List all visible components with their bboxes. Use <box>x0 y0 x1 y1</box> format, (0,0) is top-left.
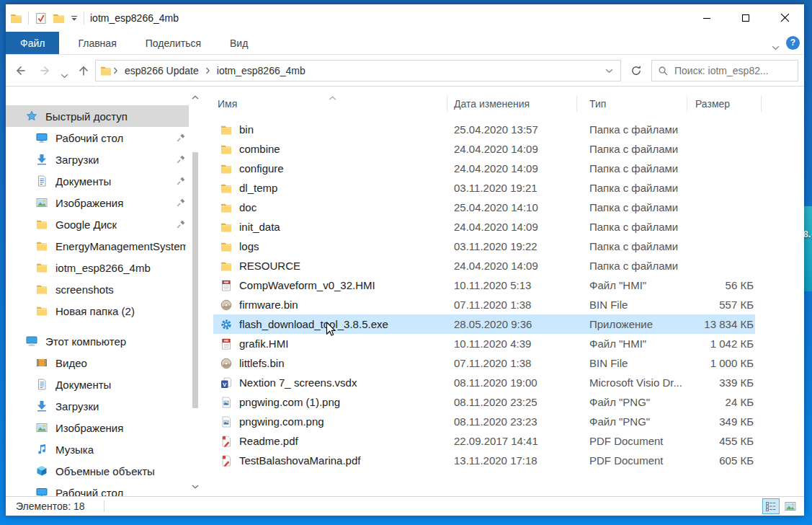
divider <box>84 12 84 25</box>
column-header-size[interactable]: Размер <box>695 90 730 118</box>
sidebar-item-documents[interactable]: Документы <box>6 374 189 395</box>
sidebar-item-new-folder[interactable]: Новая папка (2) <box>6 300 189 322</box>
sidebar-item-iotm-esp8266[interactable]: iotm_esp8266_4mb <box>6 257 189 278</box>
desktop-icon-fragment: 8. <box>803 206 812 291</box>
thumbnail-view-button[interactable] <box>782 498 798 514</box>
sidebar-item-this-pc[interactable]: Этот компьютер <box>6 330 189 352</box>
column-divider[interactable] <box>761 96 762 112</box>
file-row[interactable]: doc25.04.2020 14:10Папка с файлами <box>209 198 804 217</box>
column-divider[interactable] <box>687 96 687 112</box>
file-row[interactable]: init_data24.04.2020 14:09Папка с файлами <box>209 217 804 237</box>
file-row-selected[interactable]: flash_download_tool_3.8.5.exe28.05.2020 … <box>209 314 804 334</box>
breadcrumb-parent[interactable]: esp8266 Update <box>120 65 204 76</box>
sidebar-item-documents-pinned[interactable]: Документы <box>6 170 189 192</box>
disc-icon <box>220 358 232 369</box>
sidebar-item-energy-management[interactable]: EnergyManagementSystemN <box>6 235 189 257</box>
qat-customize-icon[interactable] <box>71 15 78 22</box>
column-divider[interactable] <box>576 96 577 112</box>
file-row[interactable]: Readme.pdf22.09.2017 14:41PDF Document45… <box>209 431 804 451</box>
cube-icon <box>36 465 48 477</box>
scrollbar-thumb[interactable] <box>192 152 198 408</box>
up-button[interactable] <box>76 63 91 81</box>
tab-home[interactable]: Главная <box>68 32 126 54</box>
sidebar-item-downloads-pinned[interactable]: Загрузки <box>6 149 189 170</box>
details-view-button[interactable] <box>762 498 780 514</box>
folder-icon <box>36 240 48 252</box>
folder-icon <box>220 163 232 175</box>
file-row[interactable]: configure24.04.2020 14:09Папка с файлами <box>209 159 804 178</box>
sidebar-item-pictures[interactable]: Изображения <box>6 417 189 438</box>
sidebar-item-3d-objects[interactable]: Объемные объекты <box>6 460 189 482</box>
scroll-up-icon[interactable] <box>192 89 199 102</box>
hmi-file-icon: HMI <box>220 280 232 291</box>
file-row[interactable]: RESOURCE24.04.2020 14:09Папка с файлами <box>209 256 804 275</box>
search-input[interactable] <box>674 65 792 76</box>
window-folder-icon <box>10 12 22 25</box>
star-icon <box>26 110 37 122</box>
column-header-date[interactable]: Дата изменения <box>454 90 530 118</box>
minimize-button[interactable] <box>687 4 726 31</box>
pdf-icon <box>220 455 232 467</box>
file-row[interactable]: pngwing.com.png08.11.2020 23:23Файл "PNG… <box>209 412 804 431</box>
recent-locations-icon[interactable] <box>61 69 68 81</box>
properties-check-icon[interactable] <box>35 12 47 25</box>
file-row[interactable]: bin25.04.2020 13:57Папка с файлами <box>209 120 804 139</box>
mouse-cursor <box>326 322 336 340</box>
help-button[interactable]: ? <box>786 36 800 50</box>
file-row[interactable]: HMIgrafik.HMI10.11.2020 4:39Файл "HMI"1 … <box>209 334 804 353</box>
music-icon <box>36 444 48 455</box>
ribbon-tabs: Файл Главная Поделиться Вид ? <box>6 32 804 55</box>
file-row[interactable]: VNextion 7_ screens.vsdx08.11.2020 19:00… <box>209 373 804 392</box>
column-header-type[interactable]: Тип <box>589 90 606 118</box>
sidebar-item-downloads[interactable]: Загрузки <box>6 395 189 417</box>
desktop-background: 8. iotm_esp8266_4mb Файл Главная <box>0 0 812 525</box>
items-count: Элементов: 18 <box>16 497 85 516</box>
new-folder-icon[interactable] <box>53 12 65 25</box>
sidebar-item-video[interactable]: Видео <box>6 352 189 374</box>
column-divider[interactable] <box>447 96 447 112</box>
sidebar-item-desktop[interactable]: Рабочий стол <box>6 482 189 496</box>
sidebar-item-music[interactable]: Музыка <box>6 438 189 460</box>
svg-text:HMI: HMI <box>224 339 229 342</box>
file-row[interactable]: HMICompWaveform_v0_32.HMI10.11.2020 5:13… <box>209 275 804 295</box>
maximize-button[interactable] <box>726 4 765 31</box>
tab-view[interactable]: Вид <box>220 32 258 54</box>
back-button[interactable] <box>13 63 27 81</box>
folder-icon <box>36 283 48 295</box>
video-icon <box>36 357 48 369</box>
scroll-down-icon[interactable] <box>192 479 199 492</box>
sidebar-scrollbar[interactable] <box>189 87 202 496</box>
sidebar-item-screenshots[interactable]: screenshots <box>6 278 189 300</box>
address-bar[interactable]: esp8266 Update iotm_esp8266_4mb <box>95 60 621 81</box>
folder-icon <box>220 144 232 155</box>
quick-access-toolbar <box>10 12 84 25</box>
file-row[interactable]: TestBalashovaMarina.pdf13.11.2020 17:18P… <box>209 451 804 470</box>
file-row[interactable]: dl_temp03.11.2020 19:21Папка с файлами <box>209 178 804 198</box>
refresh-button[interactable] <box>624 60 648 81</box>
sidebar-item-google-drive[interactable]: Google Диск <box>6 213 189 235</box>
file-row[interactable]: combine24.04.2020 14:09Папка с файлами <box>209 139 804 159</box>
column-header-name[interactable]: Имя <box>218 90 237 118</box>
tab-file[interactable]: Файл <box>6 32 59 54</box>
document-icon <box>36 379 48 390</box>
sort-ascending-icon <box>329 91 336 102</box>
expand-ribbon-icon[interactable] <box>772 40 780 53</box>
file-row[interactable]: firmware.bin07.11.2020 1:38BIN File557 К… <box>209 295 804 314</box>
forward-button[interactable] <box>38 63 53 81</box>
sidebar-item-quick-access[interactable]: Быстрый доступ <box>6 105 189 127</box>
file-row[interactable]: littlefs.bin07.11.2020 1:38BIN File1 000… <box>209 353 804 373</box>
file-row[interactable]: pngwing.com (1).png08.11.2020 23:25Файл … <box>209 392 804 412</box>
svg-text:V: V <box>223 381 227 387</box>
tab-share[interactable]: Поделиться <box>135 32 211 54</box>
close-button[interactable] <box>765 4 804 31</box>
folder-icon <box>220 260 232 272</box>
sidebar-item-desktop-pinned[interactable]: Рабочий стол <box>6 127 189 149</box>
breadcrumb-chevron-icon[interactable] <box>204 67 212 74</box>
address-dropdown-icon[interactable] <box>605 69 616 74</box>
breadcrumb-current[interactable]: iotm_esp8266_4mb <box>212 65 311 76</box>
pin-icon <box>176 133 186 143</box>
breadcrumb-chevron-icon[interactable] <box>112 67 120 74</box>
pdf-icon <box>220 436 232 447</box>
sidebar-item-pictures-pinned[interactable]: Изображения <box>6 192 189 213</box>
file-row[interactable]: logs03.11.2020 19:22Папка с файлами <box>209 237 804 256</box>
